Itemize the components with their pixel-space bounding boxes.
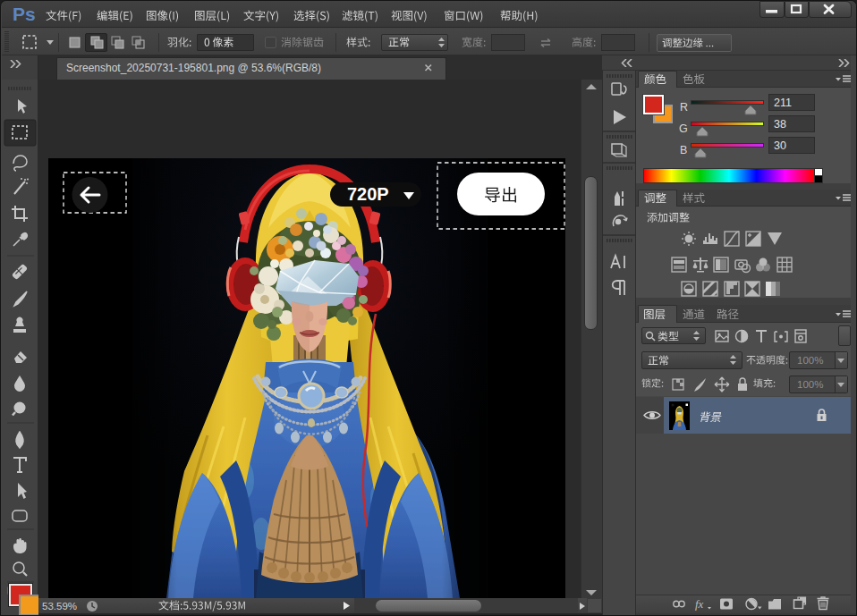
svg-text:fx: fx xyxy=(695,597,704,611)
svg-text:720P: 720P xyxy=(347,184,389,204)
